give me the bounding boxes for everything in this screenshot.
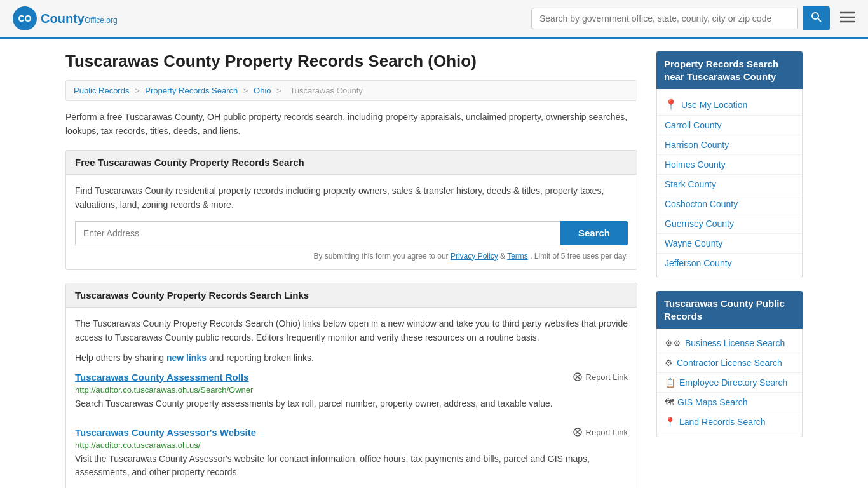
header-search-button[interactable] — [803, 6, 830, 30]
use-my-location-link[interactable]: Use My Location — [681, 100, 747, 110]
header-search-input[interactable] — [531, 8, 798, 29]
link-item-2: Tuscarawas County Assessor's Website Rep… — [75, 427, 628, 483]
breadcrumb: Public Records > Property Records Search… — [65, 80, 637, 101]
nearby-section-title: Property Records Search near Tuscarawas … — [656, 51, 803, 89]
content-area: Tuscarawas County Property Records Searc… — [65, 51, 637, 488]
privacy-policy-link[interactable]: Privacy Policy — [451, 252, 498, 261]
link-item-1-title[interactable]: Tuscarawas County Assessment Rolls — [75, 372, 248, 383]
main-container: Tuscarawas County Property Records Searc… — [53, 39, 815, 488]
svg-line-3 — [818, 18, 821, 22]
form-terms: By submitting this form you agree to our… — [75, 252, 628, 261]
breadcrumb-public-records[interactable]: Public Records — [74, 86, 129, 95]
free-search-desc: Find Tuscarawas County residential prope… — [75, 184, 628, 212]
nearby-counties-section: Property Records Search near Tuscarawas … — [656, 51, 803, 278]
links-section: Tuscarawas County Property Records Searc… — [65, 283, 637, 488]
sidebar-item-land-records[interactable]: 📍 Land Records Search — [657, 412, 802, 431]
link-item-1-desc: Search Tuscarawas County property assess… — [75, 397, 628, 410]
links-intro: The Tuscarawas County Property Records S… — [75, 316, 628, 345]
page-description: Perform a free Tuscarawas County, OH pub… — [65, 110, 637, 139]
sidebar-item-wayne[interactable]: Wayne County — [657, 234, 802, 254]
link-item-1: Tuscarawas County Assessment Rolls Repor… — [75, 372, 628, 414]
link-item-1-url[interactable]: http://auditor.co.tuscarawas.oh.us/Searc… — [75, 385, 628, 395]
link-item-2-desc: Visit the Tuscarawas County Assessor's w… — [75, 452, 628, 479]
logo-icon: CO — [13, 6, 37, 30]
gear-icon: ⚙⚙ — [665, 338, 681, 348]
public-records-body: ⚙⚙ Business License Search ⚙ Contractor … — [656, 329, 803, 437]
report-link-btn-1[interactable]: Report Link — [573, 372, 628, 382]
header-search-area — [531, 6, 855, 30]
location-pin-icon: 📍 — [665, 98, 677, 111]
map-icon: 🗺 — [665, 397, 674, 407]
link-item-2-title[interactable]: Tuscarawas County Assessor's Website — [75, 427, 256, 438]
search-button[interactable]: Search — [560, 221, 628, 245]
nearby-section-body: 📍 Use My Location Carroll County Harriso… — [656, 89, 803, 278]
header: CO CountyOffice.org — [0, 0, 868, 39]
sidebar-item-employee-directory[interactable]: 📋 Employee Directory Search — [657, 373, 802, 393]
sidebar-item-business-license[interactable]: ⚙⚙ Business License Search — [657, 334, 802, 353]
links-section-title: Tuscarawas County Property Records Searc… — [66, 283, 637, 308]
sidebar-item-jefferson[interactable]: Jefferson County — [657, 254, 802, 273]
report-link-btn-2[interactable]: Report Link — [573, 427, 628, 437]
public-records-title: Tuscarawas County Public Records — [656, 291, 803, 329]
sidebar-item-gis-maps[interactable]: 🗺 GIS Maps Search — [657, 393, 802, 412]
link-item-2-header: Tuscarawas County Assessor's Website Rep… — [75, 427, 628, 438]
new-links-link[interactable]: new links — [166, 353, 207, 363]
menu-button[interactable] — [840, 10, 855, 27]
sidebar-item-contractor-license[interactable]: ⚙ Contractor License Search — [657, 353, 802, 373]
land-icon: 📍 — [665, 417, 675, 427]
terms-link[interactable]: Terms — [507, 252, 528, 261]
sidebar-item-harrison[interactable]: Harrison County — [657, 135, 802, 155]
book-icon: 📋 — [665, 377, 675, 388]
links-share-text: Help others by sharing new links and rep… — [75, 351, 628, 365]
public-records-section: Tuscarawas County Public Records ⚙⚙ Busi… — [656, 291, 803, 437]
sidebar-item-stark[interactable]: Stark County — [657, 175, 802, 194]
use-my-location-item[interactable]: 📍 Use My Location — [657, 94, 802, 116]
gear-icon-2: ⚙ — [665, 358, 673, 368]
sidebar-item-holmes[interactable]: Holmes County — [657, 155, 802, 175]
sidebar-item-guernsey[interactable]: Guernsey County — [657, 214, 802, 234]
link-item-1-header: Tuscarawas County Assessment Rolls Repor… — [75, 372, 628, 383]
sidebar-item-coshocton[interactable]: Coshocton County — [657, 194, 802, 214]
free-search-section: Free Tuscarawas County Property Records … — [65, 150, 637, 270]
logo-area: CO CountyOffice.org — [13, 6, 118, 30]
sidebar-item-carroll[interactable]: Carroll County — [657, 116, 802, 135]
sidebar: Property Records Search near Tuscarawas … — [656, 51, 803, 488]
logo-text: CountyOffice.org — [41, 11, 118, 26]
address-search-form: Search — [75, 221, 628, 245]
free-search-title: Free Tuscarawas County Property Records … — [66, 151, 637, 175]
address-input[interactable] — [75, 221, 560, 245]
links-section-body: The Tuscarawas County Property Records S… — [66, 308, 637, 488]
svg-point-2 — [812, 13, 818, 19]
breadcrumb-current: Tuscarawas County — [290, 86, 362, 95]
breadcrumb-ohio[interactable]: Ohio — [254, 86, 271, 95]
page-title: Tuscarawas County Property Records Searc… — [65, 51, 637, 71]
svg-text:CO: CO — [18, 13, 32, 24]
link-item-2-url[interactable]: http://auditor.co.tuscarawas.oh.us/ — [75, 440, 628, 450]
breadcrumb-property-records-search[interactable]: Property Records Search — [145, 86, 238, 95]
free-search-body: Find Tuscarawas County residential prope… — [66, 175, 637, 269]
